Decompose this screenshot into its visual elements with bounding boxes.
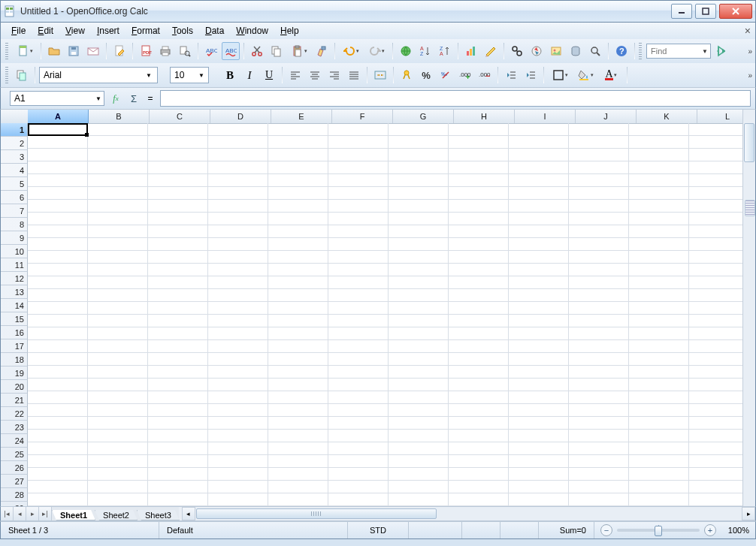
status-insert-mode[interactable]: STD xyxy=(348,522,409,538)
cell-grid[interactable] xyxy=(28,123,743,506)
tab-last-button[interactable]: ▸| xyxy=(39,507,52,520)
font-name-combo[interactable]: ▼ xyxy=(39,67,158,83)
row-header[interactable]: 14 xyxy=(1,299,28,312)
zoom-out-button[interactable]: − xyxy=(600,524,612,536)
name-box[interactable]: ▼ xyxy=(10,91,104,106)
scroll-left-button[interactable]: ◂ xyxy=(182,507,195,520)
row-header[interactable]: 27 xyxy=(1,475,28,488)
chart-button[interactable] xyxy=(462,42,480,60)
align-right-button[interactable] xyxy=(325,66,343,84)
row-header[interactable]: 4 xyxy=(1,164,28,177)
navigator-button[interactable] xyxy=(528,42,546,60)
toolbar-handle[interactable] xyxy=(639,43,642,59)
export-pdf-button[interactable]: PDF xyxy=(137,42,155,60)
menu-file[interactable]: File xyxy=(5,24,32,38)
align-justify-button[interactable] xyxy=(345,66,363,84)
find-replace-button[interactable] xyxy=(508,42,526,60)
redo-button[interactable] xyxy=(364,42,389,60)
cut-button[interactable] xyxy=(248,42,266,60)
column-header[interactable]: E xyxy=(271,110,332,123)
decrease-indent-button[interactable] xyxy=(502,66,520,84)
tab-first-button[interactable]: |◂ xyxy=(1,507,14,520)
show-draw-functions-button[interactable] xyxy=(482,42,500,60)
cell-reference-input[interactable] xyxy=(13,92,86,104)
open-button[interactable] xyxy=(45,42,63,60)
row-header[interactable]: 28 xyxy=(1,488,28,502)
column-header[interactable]: C xyxy=(150,110,210,123)
row-header[interactable]: 24 xyxy=(1,434,28,448)
row-header[interactable]: 23 xyxy=(1,421,28,434)
delete-decimal-button[interactable]: .000− xyxy=(476,66,494,84)
column-header[interactable]: F xyxy=(332,110,393,123)
toolbar-overflow-icon[interactable]: » xyxy=(748,47,752,56)
align-center-button[interactable] xyxy=(306,66,324,84)
percent-button[interactable]: % xyxy=(417,66,435,84)
horizontal-scrollbar[interactable]: ◂ ▸ xyxy=(182,507,755,520)
menu-view[interactable]: View xyxy=(59,24,91,38)
status-pagestyle[interactable]: Default xyxy=(159,522,348,538)
menu-help[interactable]: Help xyxy=(274,24,305,38)
maximize-button[interactable] xyxy=(695,4,716,19)
align-left-button[interactable] xyxy=(286,66,304,84)
find-input[interactable] xyxy=(649,46,694,56)
close-button[interactable] xyxy=(719,4,752,19)
sum-button[interactable]: Σ xyxy=(127,92,141,105)
find-toolbar-input[interactable]: ▼ xyxy=(646,44,711,59)
spellcheck-button[interactable]: ABC xyxy=(202,42,220,60)
underline-button[interactable]: U xyxy=(260,66,278,84)
sort-asc-button[interactable]: AZ xyxy=(416,42,434,60)
column-header[interactable]: J xyxy=(576,110,637,123)
status-sum[interactable]: Sum=0 xyxy=(539,522,594,538)
zoom-slider[interactable] xyxy=(617,529,700,532)
row-header[interactable]: 6 xyxy=(1,191,28,204)
row-header[interactable]: 29 xyxy=(1,502,28,506)
sheet-tab[interactable]: Sheet3 xyxy=(137,510,180,520)
hyperlink-button[interactable] xyxy=(397,42,415,60)
standard-format-button[interactable]: ‰ xyxy=(437,66,455,84)
toolbar-overflow-icon[interactable]: » xyxy=(748,71,752,80)
font-size-input[interactable] xyxy=(173,69,195,81)
zoom-slider-knob[interactable] xyxy=(655,526,662,536)
edit-file-button[interactable] xyxy=(110,42,129,60)
zoom-button[interactable] xyxy=(586,42,604,60)
menu-window[interactable]: Window xyxy=(230,24,274,38)
bold-button[interactable]: B xyxy=(221,66,239,84)
row-header[interactable]: 5 xyxy=(1,177,28,191)
font-color-button[interactable]: A xyxy=(599,66,623,84)
gallery-button[interactable] xyxy=(547,42,565,60)
italic-button[interactable]: I xyxy=(240,66,259,84)
row-header[interactable]: 20 xyxy=(1,380,28,394)
row-header[interactable]: 8 xyxy=(1,218,28,231)
data-sources-button[interactable] xyxy=(567,42,585,60)
styles-button[interactable] xyxy=(13,66,31,84)
currency-button[interactable] xyxy=(398,66,416,84)
tab-prev-button[interactable]: ◂ xyxy=(14,507,26,520)
row-header[interactable]: 17 xyxy=(1,339,28,353)
scroll-track[interactable] xyxy=(196,508,741,519)
zoom-in-button[interactable]: + xyxy=(704,524,716,536)
function-wizard-button[interactable]: fx xyxy=(109,92,122,105)
row-header[interactable]: 7 xyxy=(1,204,28,218)
row-header[interactable]: 19 xyxy=(1,367,28,380)
menu-insert[interactable]: Insert xyxy=(91,24,125,38)
background-color-button[interactable] xyxy=(573,66,597,84)
column-header[interactable]: H xyxy=(454,110,515,123)
row-header[interactable]: 11 xyxy=(1,258,28,272)
column-header[interactable]: K xyxy=(637,110,697,123)
row-header[interactable]: 22 xyxy=(1,407,28,421)
font-name-input[interactable] xyxy=(42,69,143,81)
function-equals-button[interactable]: = xyxy=(145,92,156,105)
select-all-corner[interactable] xyxy=(1,110,29,124)
column-header[interactable]: A xyxy=(28,110,89,123)
formula-input[interactable] xyxy=(160,90,751,107)
save-button[interactable] xyxy=(65,42,83,60)
row-header[interactable]: 12 xyxy=(1,272,28,285)
row-header[interactable]: 9 xyxy=(1,231,28,245)
row-header[interactable]: 10 xyxy=(1,245,28,258)
row-header[interactable]: 1 xyxy=(1,123,28,137)
font-size-combo[interactable]: ▼ xyxy=(170,67,209,83)
dropdown-icon[interactable]: ▼ xyxy=(146,72,152,79)
dropdown-icon[interactable]: ▼ xyxy=(198,72,204,79)
merge-cells-button[interactable] xyxy=(371,66,389,84)
borders-button[interactable] xyxy=(548,66,572,84)
